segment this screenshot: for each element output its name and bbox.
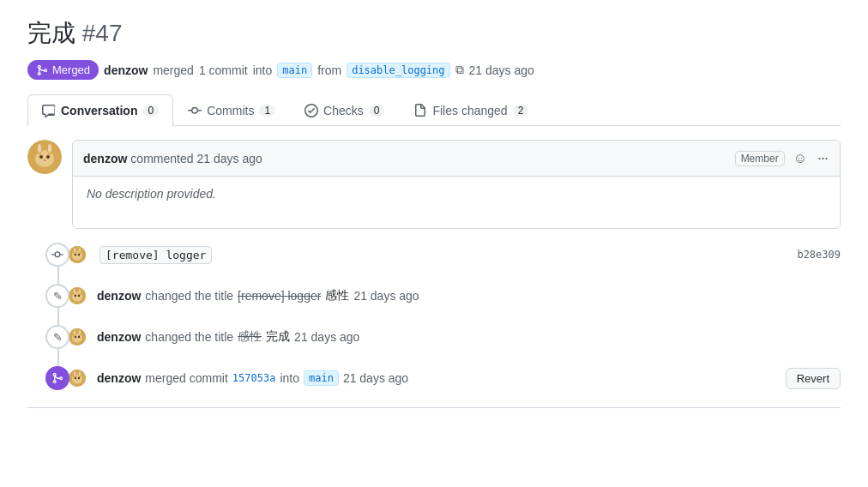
pr-title-text: 完成 [27,20,75,46]
tab-checks[interactable]: Checks 0 [290,94,399,126]
merge-row-content: denzow merged commit 157053a into main 2… [69,368,841,389]
merge-time: 21 days ago [343,371,408,385]
tc1-new-title: 感性 [325,288,349,304]
pr-title: 完成 #47 [27,17,841,50]
pr-author: denzow [104,63,148,77]
merge-avatar [69,370,86,387]
edit-dot-2: ✎ [45,325,69,349]
commit-avatar [69,246,86,263]
svg-point-21 [74,289,75,294]
commits-icon [188,104,202,117]
comment-author: denzow [83,152,127,165]
files-changed-icon [413,104,427,117]
member-badge: Member [735,151,785,166]
checks-icon [304,104,318,117]
from-text: from [317,63,341,77]
commit-dot [45,243,69,267]
merge-icon [36,64,48,76]
page-container: 完成 #47 Merged denzow merged 1 commit int… [0,0,868,455]
svg-point-24 [78,295,80,297]
merge-branch[interactable]: main [304,370,339,386]
into-text: into [253,63,273,77]
pr-time: 21 days ago [469,63,534,77]
content-area: denzow commented 21 days ago Member ☺ ··… [27,126,841,438]
tab-commits[interactable]: Commits 1 [173,94,290,126]
commit-avatar-image [69,246,86,263]
svg-point-30 [79,330,81,335]
svg-point-15 [75,254,76,256]
timeline-item-merge: denzow merged commit 157053a into main 2… [69,366,841,390]
merge-dot [45,366,69,390]
tc2-old-title: 感性 [238,329,262,345]
pr-action: merged [153,63,193,77]
head-branch[interactable]: disable_logging [347,63,449,78]
tab-conversation-label: Conversation [61,104,137,117]
svg-point-14 [79,248,81,253]
merge-avatar-image [69,370,86,387]
merge-author: denzow [97,371,141,385]
svg-point-29 [74,330,75,335]
avatar [27,140,62,174]
title-change-1-avatar [69,287,86,304]
svg-point-39 [75,377,76,379]
tc1-author: denzow [97,289,141,303]
merge-into: into [280,371,299,385]
copy-button[interactable]: ⧉ [455,63,464,77]
tc1-time: 21 days ago [353,289,419,303]
commit-sha: b28e309 [797,249,841,261]
svg-point-22 [79,289,81,294]
tab-files-changed[interactable]: Files changed 2 [399,94,543,126]
tab-files-changed-count: 2 [513,105,529,117]
svg-point-7 [46,155,50,159]
conversation-icon [42,104,56,117]
tc2-time: 21 days ago [294,330,359,344]
commit-dot-icon [51,249,63,261]
tab-checks-count: 0 [369,105,385,117]
comment-wrapper: denzow commented 21 days ago Member ☺ ··… [27,140,841,229]
merged-label-text: Merged [52,63,90,76]
tab-commits-label: Commits [207,104,254,117]
avatar-image [27,140,62,174]
svg-point-38 [79,371,81,376]
tab-checks-label: Checks [323,104,364,117]
tab-conversation[interactable]: Conversation 0 [27,94,173,126]
more-options-button[interactable]: ··· [816,147,829,169]
comment-time: 21 days ago [197,152,262,165]
commit-message[interactable]: [remove] logger [99,246,212,264]
bottom-strip [27,407,841,424]
comment-body-text: No description provided. [87,187,216,201]
edit-dot-1: ✎ [45,284,69,308]
svg-point-31 [75,336,76,338]
merged-badge: Merged [27,60,99,80]
comment-header-left: denzow commented 21 days ago [83,152,262,165]
tc1-action: changed the title [145,289,233,303]
base-branch[interactable]: main [277,63,312,78]
tab-files-changed-label: Files changed [432,104,507,117]
commit-row-content: [remove] logger b28e309 [69,246,841,264]
tc2-action: changed the title [145,330,233,344]
tab-commits-count: 1 [259,105,275,117]
pr-meta: Merged denzow merged 1 commit into main … [27,60,841,80]
merge-dot-icon [51,372,63,384]
svg-point-6 [39,155,43,159]
svg-point-4 [38,144,41,153]
merge-sha[interactable]: 157053a [232,372,276,384]
merge-action: merged commit [145,371,227,385]
comment-box: denzow commented 21 days ago Member ☺ ··… [72,140,841,229]
comment-header: denzow commented 21 days ago Member ☺ ··… [73,141,840,177]
comment-action: commented [130,152,193,165]
title-change-1-content: denzow changed the title [remove] logger… [69,287,419,304]
timeline: [remove] logger b28e309 ✎ [27,243,841,390]
tc2-new-title: 完成 [266,329,290,345]
comment-body: No description provided. [73,177,840,228]
svg-point-37 [74,371,75,376]
revert-button[interactable]: Revert [786,368,841,389]
title-change-2-content: denzow changed the title 感性 完成 21 days a… [69,328,359,346]
emoji-button[interactable]: ☺ [792,149,809,168]
svg-point-8 [44,159,46,161]
svg-point-13 [74,248,75,253]
svg-point-5 [48,144,51,153]
timeline-item-title-change-1: ✎ de [69,284,841,308]
tc2-author: denzow [97,330,141,344]
title-change-1-avatar-image [69,287,86,304]
